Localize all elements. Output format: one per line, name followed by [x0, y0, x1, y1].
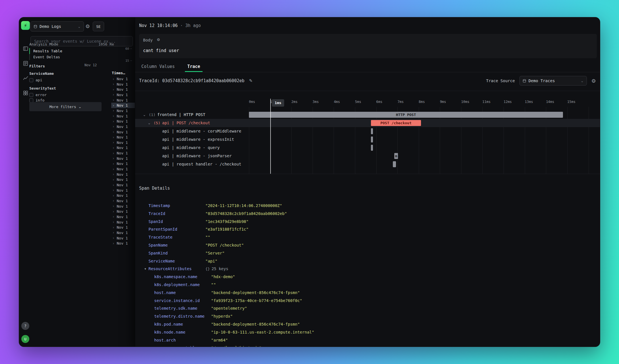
- log-row[interactable]: ›Nov 1: [111, 87, 135, 92]
- span-bar[interactable]: HTTP POST: [249, 112, 563, 118]
- body-settings-gear-icon[interactable]: ⚙: [157, 38, 160, 42]
- span-bar[interactable]: m: [394, 153, 398, 159]
- source-settings-gear-icon[interactable]: ⚙: [85, 23, 90, 29]
- log-row[interactable]: ›Nov 1: [111, 188, 135, 193]
- log-row[interactable]: ›Nov 1: [111, 172, 135, 177]
- span-row[interactable]: api | middleware - query: [135, 144, 600, 152]
- log-row[interactable]: ›Nov 1: [111, 119, 135, 124]
- help-button[interactable]: ?: [21, 322, 29, 330]
- log-row[interactable]: ›Nov 1: [111, 166, 135, 172]
- chart-explorer-icon[interactable]: [23, 75, 28, 81]
- log-row[interactable]: ›Nov 1: [111, 98, 135, 103]
- span-row[interactable]: api | request handler - /checkout: [135, 160, 600, 168]
- analysis-mode-option[interactable]: Event Deltas: [29, 54, 100, 60]
- analysis-mode-option[interactable]: Results Table: [29, 48, 100, 54]
- span-row[interactable]: ⌄(5)api | POST /checkoutPOST /checkout: [135, 119, 600, 127]
- log-row[interactable]: ›Nov 1: [111, 135, 135, 140]
- log-row[interactable]: ›Nov 1: [111, 198, 135, 204]
- log-source-select[interactable]: Demo Logs ⌄: [30, 21, 84, 32]
- user-avatar[interactable]: U: [21, 335, 29, 343]
- span-bar[interactable]: [371, 136, 373, 142]
- chevron-down-icon[interactable]: ⌄: [143, 111, 146, 119]
- se-button[interactable]: SE: [93, 22, 104, 31]
- logs-icon[interactable]: [23, 61, 28, 66]
- log-row[interactable]: ›Nov 1: [111, 220, 135, 225]
- span-bar[interactable]: [393, 161, 396, 167]
- event-detail-panel: Nov 12 10:14:06 · 3h ago Body ⚙ cant fin…: [135, 17, 600, 347]
- log-row[interactable]: ›Nov 1: [111, 204, 135, 209]
- log-row[interactable]: ›Nov 1: [111, 103, 135, 108]
- chevron-right-icon: ›: [112, 146, 114, 150]
- log-row[interactable]: ›Nov 1: [111, 108, 135, 113]
- log-row[interactable]: ›Nov 1: [111, 235, 135, 241]
- log-row[interactable]: ›Nov 1: [111, 177, 135, 182]
- filter-option[interactable]: error: [29, 92, 106, 98]
- panel-toggle-icon[interactable]: [23, 46, 28, 51]
- tab-trace[interactable]: Trace: [185, 62, 202, 72]
- log-row[interactable]: ›Nov 1: [111, 156, 135, 161]
- app-logo[interactable]: ⚡: [21, 21, 30, 30]
- log-row[interactable]: ›Nov 1: [111, 145, 135, 150]
- attribute-row[interactable]: SpanId"1ec343f9d29e8b98": [135, 218, 600, 226]
- attribute-row[interactable]: k8s.node.name"ip-10-0-63-111.us-east-2.c…: [135, 328, 600, 336]
- attribute-row[interactable]: SpanKind"Server": [135, 249, 600, 257]
- log-row[interactable]: ›Nov 1: [111, 225, 135, 230]
- log-row[interactable]: ›Nov 1: [111, 150, 135, 156]
- span-row[interactable]: ⌄(1)frontend | HTTP POSTHTTP POST: [135, 111, 600, 119]
- span-label: frontend | HTTP POST: [157, 111, 205, 119]
- log-row[interactable]: ›Nov 1: [111, 113, 135, 119]
- attribute-row[interactable]: TraceState"": [135, 233, 600, 241]
- attribute-row[interactable]: telemetry.distro.name"hyperdx": [135, 312, 600, 320]
- checkbox[interactable]: [29, 98, 33, 102]
- log-row[interactable]: ›Nov 1: [111, 92, 135, 98]
- log-row[interactable]: ›Nov 1: [111, 241, 135, 246]
- log-row[interactable]: ›Nov 1: [111, 182, 135, 188]
- chevron-right-icon: ›: [112, 114, 114, 118]
- axis-tick-label: 12ms: [504, 100, 512, 104]
- attribute-row[interactable]: service.instance.id"fa939f23-175a-40ce-b…: [135, 297, 600, 305]
- attribute-key: service.instance.id: [154, 298, 211, 303]
- axis-tick-label: 10ms: [461, 100, 469, 104]
- chevron-right-icon: ›: [112, 125, 114, 129]
- log-row-timestamp: Nov 1: [117, 114, 128, 118]
- attribute-row[interactable]: process.executable.name"/usr/local/bin/n…: [135, 344, 600, 347]
- log-row[interactable]: ›Nov 1: [111, 124, 135, 129]
- attribute-row[interactable]: host.name"backend-deployment-856c476c74-…: [135, 289, 600, 297]
- log-row[interactable]: ›Nov 1: [111, 193, 135, 198]
- log-row[interactable]: ›Nov 1: [111, 230, 135, 235]
- attribute-value: "fa939f23-175a-40ce-b774-e754be760f0c": [211, 298, 302, 303]
- filter-option-label: error: [36, 93, 47, 97]
- span-row[interactable]: api | middleware - expressInit: [135, 135, 600, 144]
- attribute-row[interactable]: Timestamp"2024-11-12T10:14:06.274000000Z…: [135, 202, 600, 210]
- log-row[interactable]: ›Nov 1: [111, 82, 135, 87]
- attribute-row[interactable]: host.arch"arm64": [135, 336, 600, 344]
- chevron-right-icon: ›: [112, 231, 114, 235]
- filter-option[interactable]: api: [29, 77, 106, 83]
- more-filters-button[interactable]: More filters ⌄: [29, 102, 102, 111]
- log-row[interactable]: ›Nov 1: [111, 209, 135, 214]
- checkbox[interactable]: [29, 78, 33, 82]
- span-row[interactable]: api | middleware - corsMiddleware: [135, 127, 600, 135]
- chevron-down-icon[interactable]: ⌄: [148, 119, 151, 127]
- log-row[interactable]: ›Nov 1: [111, 129, 135, 135]
- log-row[interactable]: ›Nov 1: [111, 161, 135, 166]
- checkbox[interactable]: [29, 93, 33, 97]
- span-bar[interactable]: [371, 128, 373, 134]
- dashboards-icon[interactable]: [23, 90, 28, 96]
- attribute-row[interactable]: telemetry.sdk.name"opentelemetry": [135, 304, 600, 312]
- log-row[interactable]: ›Nov 1: [111, 76, 135, 82]
- log-row[interactable]: ›Nov 1: [111, 214, 135, 220]
- span-row[interactable]: api | middleware - jsonParserm: [135, 152, 600, 160]
- log-row[interactable]: ›Nov 1: [111, 140, 135, 145]
- attribute-row[interactable]: ServiceName"api": [135, 257, 600, 265]
- attribute-row[interactable]: k8s.deployment.name"": [135, 281, 600, 289]
- attribute-row[interactable]: k8s.namespace.name"hdx-demo": [135, 273, 600, 281]
- attribute-row[interactable]: k8s.pod.name"backend-deployment-856c476c…: [135, 320, 600, 328]
- attribute-row[interactable]: ParentSpanId"e3af19188f1fcf1c": [135, 225, 600, 233]
- tab-column-values[interactable]: Column Values: [139, 62, 177, 72]
- span-bar[interactable]: [371, 145, 373, 151]
- attribute-row[interactable]: TraceId"03d5748328c2cb9f1a8420aab06002eb…: [135, 210, 600, 218]
- attribute-row[interactable]: SpanName"POST /checkout": [135, 241, 600, 249]
- span-bar[interactable]: POST /checkout: [371, 120, 421, 126]
- attribute-row[interactable]: ▾ResourceAttributes{}25 keys: [135, 265, 600, 273]
